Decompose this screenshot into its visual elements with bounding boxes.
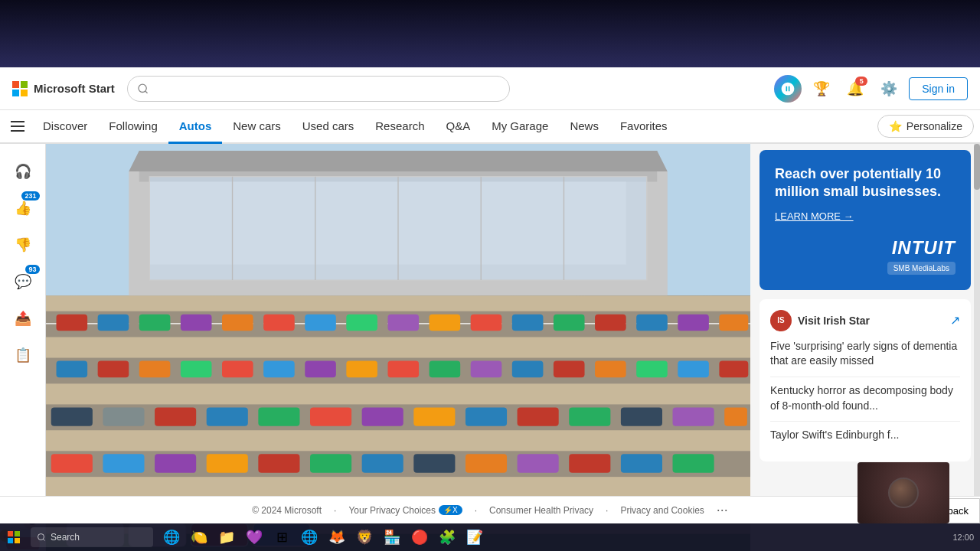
taskbar-icon-firefox[interactable]: 🦊 [325,525,349,549]
news-headline-2[interactable]: Kentucky horror as decomposing body of 8… [770,383,960,413]
svg-rect-76 [724,407,747,425]
svg-rect-53 [346,361,377,378]
svg-rect-87 [569,454,610,472]
news-headline-1[interactable]: Five 'surprising' early signs of dementi… [770,339,960,369]
svg-rect-46 [57,361,88,378]
save-button[interactable]: 📋 [8,340,38,370]
more-footer-button[interactable]: ··· [717,502,728,518]
svg-rect-43 [636,315,668,331]
svg-rect-61 [678,361,709,378]
svg-rect-40 [512,315,544,331]
scrollbar-thumb[interactable] [974,144,980,190]
search-bar [127,76,510,102]
privacy-cookies-link[interactable]: Privacy and Cookies [620,505,704,516]
external-link-icon[interactable]: ↗ [950,313,960,328]
share-button[interactable]: 📤 [8,303,38,334]
privacy-toggle-icon: ⚡X [439,505,462,515]
privacy-choices-link[interactable]: Your Privacy Choices ⚡X [348,505,462,516]
nav-item-discover[interactable]: Discover [32,110,98,144]
taskbar-icon-ms-store[interactable]: 🏪 [380,525,404,549]
news-card: IS Visit Irish Star ↗ Five 'surprising' … [760,299,971,461]
search-input[interactable] [149,83,500,95]
taskbar-icon-teams[interactable]: 💜 [242,525,266,549]
hamburger-menu[interactable] [6,116,29,136]
left-sidebar: 🎧 231 👍 👎 93 💬 📤 📋 ⋮ [0,144,46,551]
footer-separator: · [475,505,477,516]
article-area[interactable] [46,144,750,551]
personalize-button[interactable]: ⭐ Personalize [877,115,974,138]
nav-item-my-garage[interactable]: My Garage [481,110,559,144]
start-button[interactable] [0,523,28,551]
svg-rect-51 [263,361,295,378]
rewards-button[interactable]: 🏆 [808,75,835,103]
nav-item-research[interactable]: Research [364,110,435,144]
dislike-button[interactable]: 👎 [8,230,38,260]
taskbar-icon-lemon[interactable]: 🍋 [187,525,211,549]
svg-rect-85 [466,454,507,472]
news-source-row: IS Visit Irish Star ↗ [770,310,960,331]
svg-rect-44 [678,315,709,331]
nav-items: Discover Following Autos New cars Used c… [32,110,877,142]
nav-item-autos[interactable]: Autos [168,110,223,144]
ms-logo-icon [12,81,28,96]
like-count-badge: 231 [21,191,39,201]
svg-rect-66 [207,407,248,425]
webcam-preview [858,462,949,523]
svg-rect-64 [103,407,144,425]
taskbar-icon-extension[interactable]: 🧩 [435,525,459,549]
privacy-choices-text: Your Privacy Choices [348,505,436,516]
hamburger-line [11,126,24,127]
audio-button[interactable]: 🎧 [8,156,38,187]
nav-item-new-cars[interactable]: New cars [222,110,292,144]
svg-rect-65 [155,407,196,425]
svg-rect-57 [512,361,544,378]
comment-count-badge: 93 [25,265,39,274]
nav-item-favorites[interactable]: Favorites [609,110,678,144]
svg-rect-56 [471,361,502,378]
svg-rect-58 [554,361,585,378]
taskbar-icon-grid[interactable]: ⊞ [270,525,294,549]
taskbar-search-icon [37,533,46,542]
news-divider [770,421,960,422]
like-button[interactable]: 231 👍 [8,193,38,223]
svg-point-104 [38,534,44,540]
svg-rect-70 [413,407,455,425]
browser-chrome [0,0,980,67]
logo[interactable]: Microsoft Start [12,81,115,96]
taskbar-icon-opera[interactable]: 🔴 [407,525,432,549]
taskbar-search-text: Search [51,532,80,543]
svg-rect-74 [621,407,662,425]
header: Microsoft Start 🏆 🔔 5 ⚙️ Sign in [0,67,980,110]
svg-rect-60 [636,361,668,378]
settings-button[interactable]: ⚙️ [875,75,903,103]
svg-rect-88 [621,454,662,472]
svg-rect-62 [719,361,748,378]
learn-more-link[interactable]: LEARN MORE → [775,210,956,222]
news-headline-3[interactable]: Taylor Swift's Edinburgh f... [770,428,960,443]
nav-item-following[interactable]: Following [98,110,168,144]
sign-in-button[interactable]: Sign in [909,77,968,100]
copilot-icon[interactable] [774,75,802,103]
taskbar-icon-chrome[interactable]: 🌐 [297,525,322,549]
source-icon: IS [770,310,792,331]
svg-rect-33 [222,315,253,331]
nav-item-qa[interactable]: Q&A [435,110,481,144]
taskbar-icon-explorer[interactable]: 📁 [214,525,239,549]
comment-button[interactable]: 93 💬 [8,266,38,297]
svg-rect-72 [518,407,559,425]
taskbar-search[interactable]: Search [31,527,153,547]
svg-rect-82 [310,454,351,472]
consumer-health-link[interactable]: Consumer Health Privacy [489,505,593,516]
nav-item-news[interactable]: News [559,110,609,144]
taskbar-icon-brave[interactable]: 🦁 [352,525,377,549]
news-divider [770,377,960,377]
taskbar-icon-notes[interactable]: 📝 [462,525,487,549]
taskbar-icon-cortana[interactable]: 🌐 [159,525,184,549]
source-abbr: IS [777,316,784,324]
webcam-inner [858,462,949,523]
ad-title: Reach over potentially 10 million small … [775,165,956,201]
svg-rect-42 [595,315,626,331]
svg-rect-80 [207,454,248,472]
notifications-button[interactable]: 🔔 5 [841,75,869,103]
nav-item-used-cars[interactable]: Used cars [292,110,365,144]
